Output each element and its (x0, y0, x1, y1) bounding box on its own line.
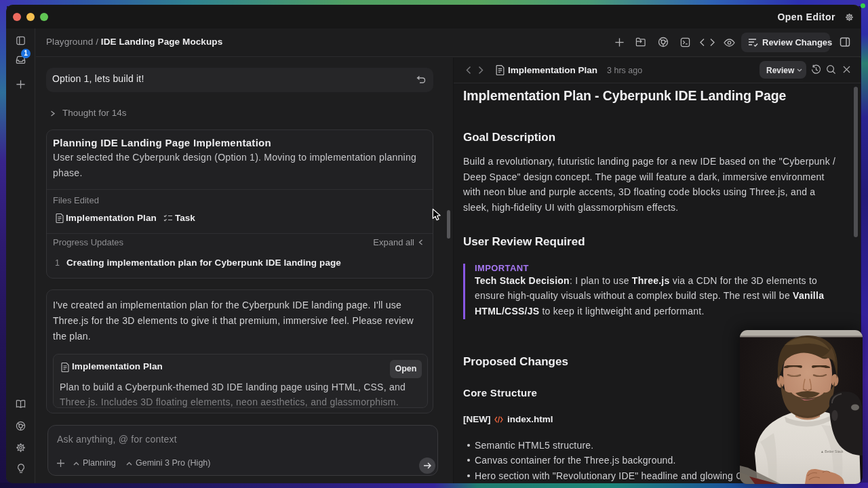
svg-text:▲ Better Stack: ▲ Better Stack (821, 449, 844, 453)
